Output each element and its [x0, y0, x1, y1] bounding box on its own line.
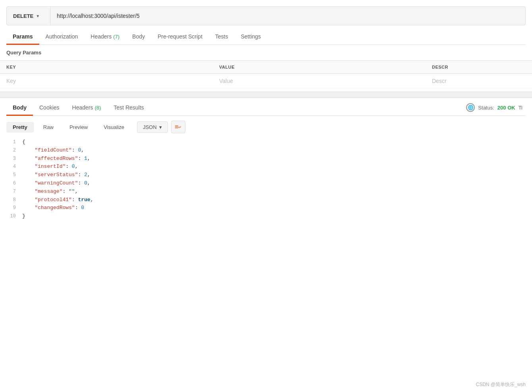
json-format-dropdown[interactable]: JSON ▾ — [137, 121, 168, 133]
code-line-5: 5 "serverStatus": 2, — [6, 171, 526, 179]
watermark: CSDN @简单快乐_wsh — [476, 381, 526, 388]
format-visualize[interactable]: Visualize — [97, 122, 131, 133]
request-tabs: Params Authorization Headers (7) Body Pr… — [6, 29, 526, 45]
response-headers-badge: (8) — [94, 105, 101, 111]
chevron-down-icon: ▾ — [159, 124, 162, 130]
status-label: Status: — [478, 105, 494, 111]
url-bar: DELETE ▼ — [6, 6, 526, 25]
headers-badge: (7) — [113, 34, 120, 40]
tab-settings[interactable]: Settings — [234, 29, 267, 44]
format-pretty[interactable]: Pretty — [6, 122, 34, 133]
response-tab-test-results[interactable]: Test Results — [107, 100, 150, 115]
code-line-6: 6 "warningCount": 0, — [6, 179, 526, 188]
url-input[interactable] — [50, 13, 525, 19]
wrap-button[interactable]: ≡↵ — [171, 121, 185, 133]
response-tab-headers[interactable]: Headers (8) — [66, 100, 108, 115]
code-line-7: 7 "message": "", — [6, 188, 526, 196]
response-tab-body[interactable]: Body — [6, 100, 33, 115]
tab-pre-request-script[interactable]: Pre-request Script — [151, 29, 209, 44]
tab-tests[interactable]: Tests — [209, 29, 235, 44]
query-params-title: Query Params — [0, 45, 532, 61]
code-line-10: 10 } — [6, 212, 526, 221]
code-line-3: 3 "affectedRows": 1, — [6, 155, 526, 163]
col-header-key: KEY — [0, 61, 213, 74]
timing-label: Ti — [519, 105, 522, 111]
response-code-block: 1 { 2 "fieldCount": 0, 3 "affectedRows":… — [0, 138, 532, 227]
status-value: 200 OK — [497, 105, 515, 111]
format-bar: Pretty Raw Preview Visualize JSON ▾ ≡↵ — [0, 116, 532, 138]
table-row: Key Value Descr — [0, 74, 532, 88]
col-header-descr: DESCR — [426, 61, 532, 74]
response-tabs-left: Body Cookies Headers (8) Test Results — [6, 100, 466, 115]
tab-params[interactable]: Params — [6, 29, 39, 44]
tab-headers[interactable]: Headers (7) — [84, 29, 126, 44]
response-tab-cookies[interactable]: Cookies — [33, 100, 66, 115]
tab-authorization[interactable]: Authorization — [39, 29, 85, 44]
method-dropdown[interactable]: DELETE ▼ — [7, 7, 50, 25]
globe-icon[interactable]: 🌐 — [466, 103, 475, 112]
chevron-down-icon: ▼ — [36, 14, 40, 18]
format-preview[interactable]: Preview — [63, 122, 94, 133]
response-tabs-bar: Body Cookies Headers (8) Test Results 🌐 … — [6, 98, 526, 116]
code-line-8: 8 "protocol41": true, — [6, 196, 526, 204]
value-cell[interactable]: Value — [213, 74, 426, 88]
section-divider — [0, 92, 532, 98]
code-line-1: 1 { — [6, 138, 526, 146]
code-line-2: 2 "fieldCount": 0, — [6, 146, 526, 155]
params-table: KEY VALUE DESCR Key Value Descr — [0, 61, 532, 88]
method-label: DELETE — [13, 13, 33, 19]
code-line-9: 9 "changedRows": 0 — [6, 204, 526, 212]
col-header-value: VALUE — [213, 61, 426, 74]
code-line-4: 4 "insertId": 0, — [6, 163, 526, 171]
descr-cell[interactable]: Descr — [426, 74, 532, 88]
response-status-bar: 🌐 Status: 200 OK Ti — [466, 103, 526, 112]
format-raw[interactable]: Raw — [37, 122, 60, 133]
key-cell[interactable]: Key — [0, 74, 213, 88]
tab-body[interactable]: Body — [126, 29, 151, 44]
